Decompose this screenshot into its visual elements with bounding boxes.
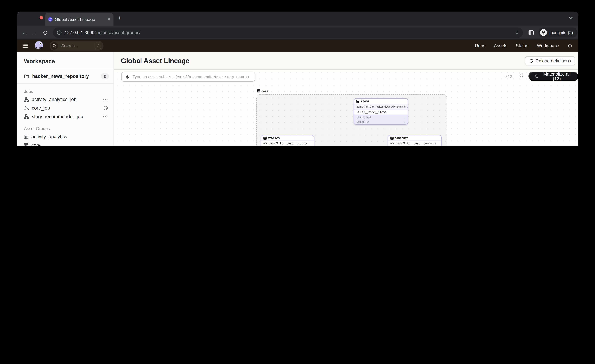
- asset-subset-filter[interactable]: [121, 72, 255, 82]
- incognito-badge: Incognito (2): [538, 27, 578, 38]
- reload-icon[interactable]: [41, 30, 50, 35]
- browser-tab[interactable]: Global Asset Lineage ×: [45, 13, 113, 26]
- sidebar-item-activity-analytics-job[interactable]: activity_analytics_job: [17, 95, 113, 104]
- jobs-section-label: Jobs: [17, 84, 113, 95]
- side-panel-icon[interactable]: [528, 30, 534, 35]
- back-icon[interactable]: ←: [20, 30, 29, 35]
- repository-count-badge: 6: [101, 73, 109, 79]
- op-selector-icon: [125, 75, 129, 79]
- nav-assets[interactable]: Assets: [494, 43, 507, 48]
- hamburger-menu-icon[interactable]: [23, 43, 28, 48]
- asset-node-stories[interactable]: stories snowflake__core__stories Materia…: [261, 135, 314, 146]
- top-nav: Runs Assets Status Workspace ⚙: [475, 43, 578, 48]
- materialize-all-button[interactable]: Materialize all (12): [528, 72, 578, 81]
- asset-node-comments[interactable]: comments snowflake__core__comments Mater…: [388, 135, 441, 146]
- sparkle-icon: [533, 74, 538, 79]
- browser-window: Global Asset Lineage × + ← → 127.0.0.1:3…: [17, 12, 578, 145]
- asset-node-items[interactable]: items Items from the Hacker News API: ea…: [354, 98, 408, 125]
- search-shortcut-key: /: [95, 42, 101, 49]
- forward-icon[interactable]: →: [29, 30, 39, 35]
- tab-title: Global Asset Lineage: [55, 17, 105, 21]
- refresh-icon[interactable]: [519, 73, 524, 78]
- sidebar-item-activity-analytics-group[interactable]: activity_analytics: [17, 132, 113, 141]
- asset-subset-input[interactable]: [132, 74, 251, 79]
- app-header: / Runs Assets Status Workspace ⚙: [17, 40, 578, 52]
- dagster-logo[interactable]: [34, 41, 44, 51]
- page-title-bar: Global Asset Lineage Reload definitions: [114, 52, 578, 70]
- incognito-icon: [540, 29, 547, 36]
- settings-gear-icon[interactable]: ⚙: [567, 43, 572, 48]
- traffic-light-close[interactable]: [40, 16, 43, 19]
- bookmark-star-icon[interactable]: ☆: [515, 30, 519, 35]
- screen: Global Asset Lineage × + ← → 127.0.0.1:3…: [0, 0, 595, 145]
- refresh-icon: [529, 59, 533, 63]
- site-info-icon[interactable]: [57, 30, 62, 35]
- sidebar-heading: Workspace: [17, 52, 113, 64]
- lineage-canvas[interactable]: core recommender activity_analytics: [114, 70, 578, 145]
- tab-search-chevron-icon[interactable]: [568, 17, 573, 20]
- url-text: 127.0.0.1:3000/instance/asset-groups/: [65, 30, 512, 35]
- sensor-icon: [103, 97, 108, 101]
- search-input[interactable]: [60, 43, 93, 48]
- incognito-label: Incognito (2): [549, 30, 573, 35]
- browser-toolbar: ← → 127.0.0.1:3000/instance/asset-groups…: [17, 26, 578, 40]
- sidebar-item-core-group[interactable]: core: [17, 141, 113, 145]
- address-bar[interactable]: 127.0.0.1:3000/instance/asset-groups/ ☆: [53, 27, 523, 38]
- page-title: Global Asset Lineage: [121, 57, 190, 65]
- dagster-favicon: [48, 17, 53, 21]
- job-icon: [24, 114, 29, 119]
- browser-tab-strip: Global Asset Lineage × +: [17, 12, 578, 26]
- job-icon: [24, 106, 29, 110]
- new-tab-button[interactable]: +: [118, 15, 121, 21]
- job-icon: [24, 97, 29, 102]
- asset-group-core-label: core: [257, 89, 268, 93]
- asset-groups-section-label: Asset Groups: [17, 121, 113, 132]
- workspace-sidebar: Workspace hacker_news_repository 6 Jobs …: [17, 52, 114, 146]
- sidebar-item-story-recommender-job[interactable]: story_recommender_job: [17, 112, 113, 121]
- asset-group-icon: [24, 143, 28, 146]
- refresh-timer: 0:12: [504, 74, 512, 79]
- reload-definitions-button[interactable]: Reload definitions: [525, 56, 575, 66]
- repository-row[interactable]: hacker_news_repository 6: [17, 69, 113, 83]
- nav-workspace[interactable]: Workspace: [537, 43, 559, 48]
- repository-name: hacker_news_repository: [32, 74, 98, 79]
- search-icon: [51, 42, 58, 49]
- nav-status[interactable]: Status: [516, 43, 529, 48]
- asset-group-icon: [24, 135, 28, 139]
- global-search[interactable]: /: [50, 41, 104, 51]
- schedule-clock-icon: [104, 106, 108, 110]
- nav-runs[interactable]: Runs: [475, 43, 485, 48]
- sidebar-item-core-job[interactable]: core_job: [17, 104, 113, 112]
- sensor-icon: [103, 115, 108, 118]
- tab-close-icon[interactable]: ×: [108, 17, 110, 21]
